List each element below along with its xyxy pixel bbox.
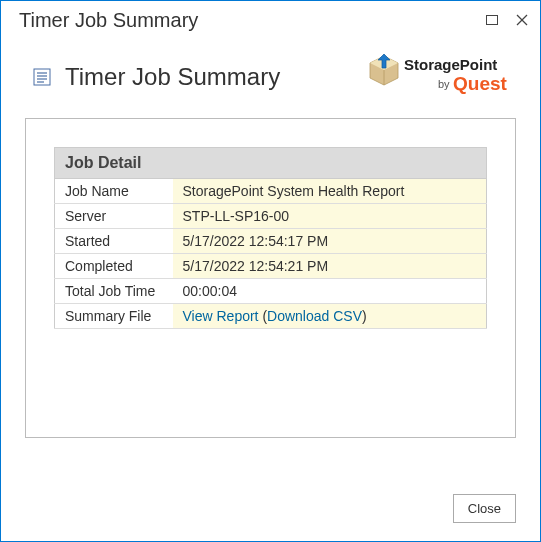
table-row: Server STP-LL-SP16-00 [55,204,487,229]
timer-job-summary-dialog: Timer Job Summary Timer Job Summary [0,0,541,542]
job-name-value: StoragePoint System Health Report [173,179,487,204]
job-name-label: Job Name [55,179,173,204]
content-frame: Job Detail Job Name StoragePoint System … [25,118,516,438]
close-button[interactable]: Close [453,494,516,523]
titlebar-controls [486,13,528,28]
maximize-icon[interactable] [486,13,498,28]
close-icon[interactable] [516,13,528,28]
total-time-label: Total Job Time [55,279,173,304]
started-value: 5/17/2022 12:54:17 PM [173,229,487,254]
started-label: Started [55,229,173,254]
table-row: Total Job Time 00:00:04 [55,279,487,304]
completed-label: Completed [55,254,173,279]
job-detail-table: Job Detail Job Name StoragePoint System … [54,147,487,329]
total-time-value: 00:00:04 [173,279,487,304]
summary-file-label: Summary File [55,304,173,329]
page-header: Timer Job Summary StoragePoint by Quest [1,36,540,110]
paren-close: ) [362,308,367,324]
summary-file-value: View Report (Download CSV) [173,304,487,329]
table-row: Job Name StoragePoint System Health Repo… [55,179,487,204]
page-title: Timer Job Summary [65,63,366,91]
view-report-link[interactable]: View Report [183,308,259,324]
table-row: Completed 5/17/2022 12:54:21 PM [55,254,487,279]
job-summary-icon [33,68,51,86]
brand-text-by: by [438,78,450,90]
server-label: Server [55,204,173,229]
brand-text-name: Quest [453,73,508,94]
dialog-footer: Close [453,494,516,523]
download-csv-link[interactable]: Download CSV [267,308,362,324]
server-value: STP-LL-SP16-00 [173,204,487,229]
brand-text-top: StoragePoint [404,56,497,73]
table-row: Started 5/17/2022 12:54:17 PM [55,229,487,254]
storagepoint-logo: StoragePoint by Quest [366,54,516,100]
job-detail-title: Job Detail [55,148,487,179]
titlebar: Timer Job Summary [1,1,540,36]
job-detail-header: Job Detail [55,148,487,179]
completed-value: 5/17/2022 12:54:21 PM [173,254,487,279]
table-row: Summary File View Report (Download CSV) [55,304,487,329]
window-title: Timer Job Summary [19,9,486,32]
svg-rect-0 [487,16,498,25]
